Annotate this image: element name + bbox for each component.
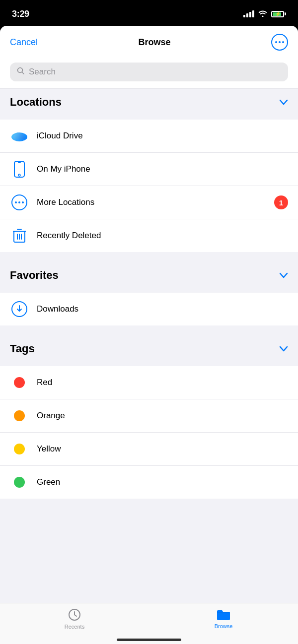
clock-icon (68, 608, 81, 622)
iphone-icon (10, 160, 29, 179)
nav-title: Browse (139, 37, 171, 48)
orange-tag-label: Orange (37, 411, 288, 421)
favorites-header: Favorites (0, 262, 298, 289)
icloud-drive-label: iCloud Drive (37, 131, 288, 141)
red-tag-icon (10, 373, 29, 392)
favorites-list: Downloads (0, 293, 298, 325)
wifi-icon (258, 10, 267, 18)
list-item-downloads[interactable]: Downloads (0, 293, 298, 325)
status-icons: ⚡ (243, 10, 286, 18)
list-item-more-locations[interactable]: More Locations 1 (0, 186, 298, 219)
locations-header: Locations (0, 89, 298, 116)
red-tag-label: Red (37, 378, 288, 387)
more-locations-badge: 1 (274, 195, 288, 209)
list-item-yellow[interactable]: Yellow (0, 433, 298, 466)
search-input[interactable]: Search (10, 63, 288, 81)
svg-point-4 (18, 174, 20, 176)
browse-tab-label: Browse (215, 623, 233, 629)
tags-header: Tags (0, 335, 298, 362)
search-bar-container: Search (10, 58, 288, 88)
folder-icon (216, 608, 231, 621)
tags-section: Tags Red Orange (0, 335, 298, 499)
tab-browse[interactable]: Browse (149, 603, 298, 634)
svg-rect-3 (18, 162, 21, 163)
locations-list: iCloud Drive On My iPhone (0, 120, 298, 252)
svg-rect-2 (14, 161, 24, 177)
trash-icon (10, 226, 29, 245)
green-tag-icon (10, 473, 29, 492)
favorites-title: Favorites (10, 269, 59, 282)
cancel-button[interactable]: Cancel (10, 37, 38, 48)
list-item-green[interactable]: Green (0, 466, 298, 499)
signal-icon (243, 10, 254, 17)
on-my-iphone-label: On My iPhone (37, 164, 288, 174)
search-placeholder: Search (29, 67, 56, 77)
list-item-orange[interactable]: Orange (0, 399, 298, 433)
locations-section: Locations (0, 89, 298, 252)
tags-title: Tags (10, 342, 35, 355)
locations-title: Locations (10, 96, 62, 109)
home-indicator (117, 639, 181, 641)
yellow-tag-label: Yellow (37, 444, 288, 454)
tab-recents[interactable]: Recents (0, 603, 149, 634)
more-locations-icon (10, 193, 29, 212)
list-item-on-my-iphone[interactable]: On My iPhone (0, 153, 298, 186)
list-item-icloud-drive[interactable]: iCloud Drive (0, 120, 298, 153)
status-time: 3:29 (12, 9, 29, 19)
list-item-recently-deleted[interactable]: Recently Deleted (0, 219, 298, 252)
favorites-section: Favorites Downloads (0, 262, 298, 325)
orange-tag-icon (10, 406, 29, 425)
tab-bar: Recents Browse (0, 603, 298, 644)
tags-chevron-icon[interactable] (279, 344, 288, 354)
list-item-red[interactable]: Red (0, 366, 298, 399)
search-icon (17, 67, 25, 77)
icloud-drive-icon (10, 127, 29, 145)
recently-deleted-label: Recently Deleted (37, 231, 288, 241)
downloads-label: Downloads (37, 304, 288, 314)
more-options-button[interactable] (271, 34, 288, 51)
locations-chevron-icon[interactable] (279, 97, 288, 108)
favorites-chevron-icon[interactable] (279, 270, 288, 281)
green-tag-label: Green (37, 477, 288, 487)
recents-tab-label: Recents (65, 624, 84, 630)
battery-icon: ⚡ (271, 11, 286, 17)
nav-bar: Cancel Browse Search (0, 26, 298, 89)
downloads-icon (10, 300, 29, 319)
yellow-tag-icon (10, 440, 29, 458)
status-bar: 3:29 ⚡ (0, 0, 298, 26)
tags-list: Red Orange Yellow Green (0, 366, 298, 499)
more-locations-label: More Locations (37, 197, 274, 207)
main-content: Cancel Browse Search (0, 26, 298, 644)
